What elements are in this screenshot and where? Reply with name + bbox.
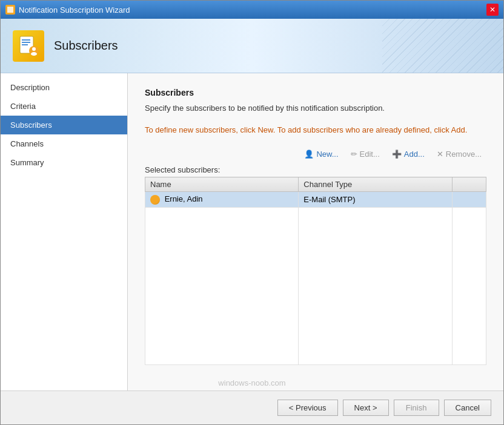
section-description: Specify the subscribers to be notified b… — [145, 102, 486, 114]
sidebar: Description Criteria Subscribers Channel… — [1, 73, 128, 390]
subscriber-channel-type: E-Mail (SMTP) — [299, 192, 452, 208]
new-icon: 👤 — [304, 150, 314, 159]
new-button[interactable]: 👤 New... — [299, 148, 343, 160]
col-empty — [452, 177, 486, 192]
wizard-body: Description Criteria Subscribers Channel… — [1, 73, 503, 390]
svg-rect-0 — [7, 7, 13, 13]
previous-button[interactable]: < Previous — [277, 400, 338, 416]
col-name: Name — [145, 177, 299, 192]
cancel-button[interactable]: Cancel — [444, 400, 491, 416]
add-button[interactable]: ➕ Add... — [387, 148, 429, 160]
sidebar-item-criteria[interactable]: Criteria — [1, 97, 127, 116]
svg-point-7 — [31, 52, 37, 56]
add-icon: ➕ — [392, 150, 402, 159]
svg-rect-3 — [22, 42, 30, 43]
selected-label: Selected subscribers: — [145, 165, 486, 174]
footer: < Previous Next > Finish Cancel — [1, 390, 503, 424]
subscribers-table: Name Channel Type Ernie, Adin E-Mail (SM… — [145, 177, 486, 365]
subscriber-name: Ernie, Adin — [145, 192, 299, 208]
sidebar-item-subscribers[interactable]: Subscribers — [1, 116, 127, 134]
remove-button[interactable]: ✕ Remove... — [432, 148, 486, 160]
wizard-header: Subscribers — [1, 19, 503, 73]
sidebar-item-description[interactable]: Description — [1, 78, 127, 97]
table-empty-row — [145, 207, 486, 364]
finish-button[interactable]: Finish — [394, 400, 439, 416]
close-button[interactable]: ✕ — [486, 4, 499, 16]
edit-icon: ✏ — [351, 150, 357, 159]
remove-icon: ✕ — [437, 150, 443, 159]
svg-rect-4 — [22, 44, 28, 45]
table-row[interactable]: Ernie, Adin E-Mail (SMTP) — [145, 192, 486, 208]
content-area: Subscribers Specify the subscribers to b… — [128, 73, 503, 390]
header-icon — [13, 30, 44, 62]
col-channel-type: Channel Type — [299, 177, 452, 192]
titlebar: Notification Subscription Wizard ✕ — [1, 1, 503, 19]
svg-rect-2 — [22, 39, 30, 41]
edit-button[interactable]: ✏ Edit... — [346, 148, 385, 160]
svg-point-6 — [32, 47, 36, 51]
window-title: Notification Subscription Wizard — [19, 5, 130, 15]
app-icon — [5, 5, 15, 15]
sidebar-item-channels[interactable]: Channels — [1, 134, 127, 153]
sidebar-item-summary[interactable]: Summary — [1, 153, 127, 172]
subscriber-icon — [150, 195, 160, 205]
info-text: To define new subscribers, click New. To… — [145, 124, 486, 136]
header-title: Subscribers — [54, 39, 118, 53]
section-title: Subscribers — [145, 88, 486, 97]
toolbar: 👤 New... ✏ Edit... ➕ Add... ✕ Remove... — [145, 148, 486, 160]
next-button[interactable]: Next > — [343, 400, 389, 416]
